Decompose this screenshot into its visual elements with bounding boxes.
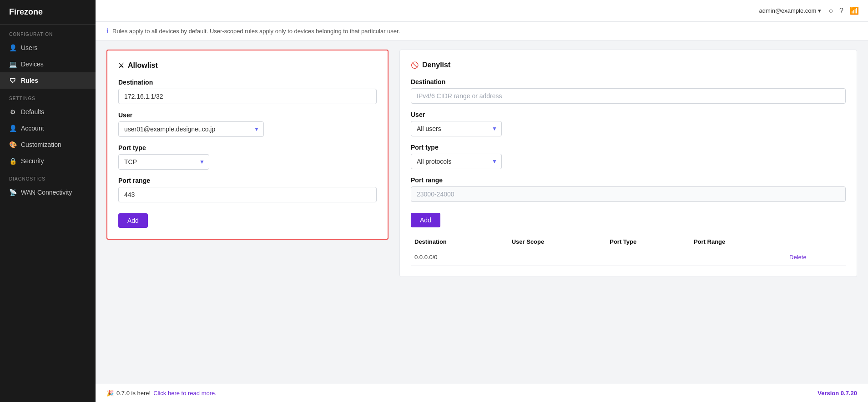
allowlist-destination-group: Destination bbox=[118, 79, 377, 104]
denylist-add-button[interactable]: Add bbox=[411, 213, 440, 227]
sidebar: Firezone CONFIGURATION 👤 Users 💻 Devices… bbox=[0, 0, 96, 402]
denylist-icon: 🚫 bbox=[411, 61, 419, 69]
topbar-chevron: ▾ bbox=[818, 7, 821, 14]
allowlist-panel: ⚔ Allowlist Destination User user01@exam… bbox=[106, 50, 389, 240]
denylist-user-select[interactable]: All users bbox=[411, 121, 502, 136]
info-icon: ℹ bbox=[106, 27, 109, 35]
sidebar-item-security-label: Security bbox=[21, 157, 44, 165]
cell-destination: 0.0.0.0/0 bbox=[411, 249, 508, 266]
col-header-port-range: Port Range bbox=[690, 235, 786, 249]
sidebar-item-devices[interactable]: 💻 Devices bbox=[0, 56, 96, 72]
allowlist-port-range-input[interactable] bbox=[118, 187, 377, 202]
denylist-user-select-wrapper: All users ▼ bbox=[411, 121, 502, 136]
allowlist-user-label: User bbox=[118, 111, 377, 119]
sidebar-item-defaults[interactable]: ⚙ Defaults bbox=[0, 104, 96, 120]
main-content: admin@example.com ▾ ○ ? 📶 ℹ Rules apply … bbox=[96, 0, 868, 402]
col-header-destination: Destination bbox=[411, 235, 508, 249]
denylist-port-type-group: Port type All protocols TCP UDP ▼ bbox=[411, 144, 846, 169]
allowlist-port-range-label: Port range bbox=[118, 177, 377, 184]
allowlist-user-select[interactable]: user01@example.designet.co.jp bbox=[118, 121, 264, 137]
footer-version-text: 0.7.0 is here! bbox=[116, 390, 151, 397]
footer-emoji: 🎉 bbox=[106, 390, 114, 397]
denylist-port-range-input[interactable] bbox=[411, 186, 846, 202]
sidebar-item-wan-label: WAN Connectivity bbox=[21, 189, 72, 196]
denylist-port-type-select-wrapper: All protocols TCP UDP ▼ bbox=[411, 154, 502, 169]
app-logo: Firezone bbox=[0, 0, 96, 25]
allowlist-add-button[interactable]: Add bbox=[118, 213, 148, 228]
denylist-port-type-label: Port type bbox=[411, 144, 846, 151]
allowlist-destination-label: Destination bbox=[118, 79, 377, 86]
allowlist-icon: ⚔ bbox=[118, 62, 124, 69]
denylist-destination-group: Destination bbox=[411, 78, 846, 104]
sidebar-item-rules[interactable]: 🛡 Rules bbox=[0, 72, 96, 89]
denylist-table: Destination User Scope Port Type Port Ra… bbox=[411, 235, 846, 266]
col-header-user-scope: User Scope bbox=[508, 235, 606, 249]
denylist-title-text: Denylist bbox=[422, 61, 450, 69]
cell-action[interactable]: Delete bbox=[786, 249, 846, 266]
denylist-user-group: User All users ▼ bbox=[411, 111, 846, 136]
user-menu[interactable]: admin@example.com ▾ bbox=[759, 7, 822, 14]
section-label-configuration: CONFIGURATION bbox=[0, 25, 96, 40]
section-label-diagnostics: DIAGNOSTICS bbox=[0, 169, 96, 184]
page-content: ℹ Rules apply to all devices by default.… bbox=[96, 22, 868, 384]
circle-icon[interactable]: ○ bbox=[828, 7, 833, 15]
sidebar-item-rules-label: Rules bbox=[21, 77, 38, 84]
denylist-destination-label: Destination bbox=[411, 78, 846, 85]
defaults-icon: ⚙ bbox=[9, 108, 16, 116]
sidebar-item-devices-label: Devices bbox=[21, 60, 44, 68]
topbar: admin@example.com ▾ ○ ? 📶 bbox=[96, 0, 868, 22]
sidebar-item-users[interactable]: 👤 Users bbox=[0, 40, 96, 56]
cell-port-range bbox=[690, 249, 786, 266]
wan-icon: 📡 bbox=[9, 189, 16, 196]
allowlist-port-type-select-wrapper: TCP UDP All protocols ▼ bbox=[118, 154, 209, 170]
devices-icon: 💻 bbox=[9, 60, 16, 68]
denylist-title: 🚫 Denylist bbox=[411, 61, 846, 69]
footer-version-label: Version 0.7.20 bbox=[818, 390, 857, 397]
col-header-port-type: Port Type bbox=[606, 235, 690, 249]
allowlist-title: ⚔ Allowlist bbox=[118, 61, 377, 70]
allowlist-user-group: User user01@example.designet.co.jp ▼ bbox=[118, 111, 377, 137]
sidebar-item-account-label: Account bbox=[21, 125, 44, 132]
denylist-port-range-group: Port range bbox=[411, 176, 846, 202]
question-icon[interactable]: ? bbox=[839, 7, 843, 15]
sidebar-item-defaults-label: Defaults bbox=[21, 108, 44, 116]
sidebar-item-account[interactable]: 👤 Account bbox=[0, 120, 96, 136]
denylist-port-range-label: Port range bbox=[411, 176, 846, 184]
wifi-icon[interactable]: 📶 bbox=[850, 6, 859, 15]
security-icon: 🔒 bbox=[9, 157, 16, 165]
sidebar-item-security[interactable]: 🔒 Security bbox=[0, 153, 96, 169]
footer: 🎉 0.7.0 is here! Click here to read more… bbox=[96, 384, 868, 402]
sidebar-item-users-label: Users bbox=[21, 44, 38, 51]
rules-grid: ⚔ Allowlist Destination User user01@exam… bbox=[96, 40, 868, 384]
sidebar-item-wan[interactable]: 📡 WAN Connectivity bbox=[0, 184, 96, 201]
denylist-port-type-select[interactable]: All protocols TCP UDP bbox=[411, 154, 502, 169]
table-row: 0.0.0.0/0 Delete bbox=[411, 249, 846, 266]
allowlist-destination-input[interactable] bbox=[118, 89, 377, 104]
denylist-panel: 🚫 Denylist Destination User All users ▼ bbox=[399, 50, 857, 277]
customization-icon: 🎨 bbox=[9, 141, 16, 148]
info-banner: ℹ Rules apply to all devices by default.… bbox=[96, 22, 868, 40]
denylist-destination-input[interactable] bbox=[411, 88, 846, 104]
allowlist-port-type-group: Port type TCP UDP All protocols ▼ bbox=[118, 144, 377, 170]
sidebar-item-customization[interactable]: 🎨 Customization bbox=[0, 136, 96, 153]
account-icon: 👤 bbox=[9, 125, 16, 132]
section-label-settings: SETTINGS bbox=[0, 89, 96, 104]
topbar-icons: ○ ? 📶 bbox=[828, 6, 859, 15]
denylist-user-label: User bbox=[411, 111, 846, 118]
footer-version-info: 🎉 0.7.0 is here! Click here to read more… bbox=[106, 390, 217, 397]
rules-icon: 🛡 bbox=[9, 77, 16, 84]
allowlist-port-type-label: Port type bbox=[118, 144, 377, 151]
sidebar-item-customization-label: Customization bbox=[21, 141, 61, 148]
allowlist-user-select-wrapper: user01@example.designet.co.jp ▼ bbox=[118, 121, 264, 137]
allowlist-title-text: Allowlist bbox=[128, 61, 158, 70]
allowlist-port-range-group: Port range bbox=[118, 177, 377, 202]
delete-link[interactable]: Delete bbox=[789, 254, 807, 261]
info-text: Rules apply to all devices by default. U… bbox=[112, 28, 400, 35]
users-icon: 👤 bbox=[9, 44, 16, 51]
allowlist-port-type-select[interactable]: TCP UDP All protocols bbox=[118, 154, 209, 170]
col-header-action bbox=[786, 235, 846, 249]
cell-port-type bbox=[606, 249, 690, 266]
footer-link[interactable]: Click here to read more. bbox=[153, 390, 217, 397]
topbar-username: admin@example.com bbox=[759, 7, 817, 14]
cell-user-scope bbox=[508, 249, 606, 266]
